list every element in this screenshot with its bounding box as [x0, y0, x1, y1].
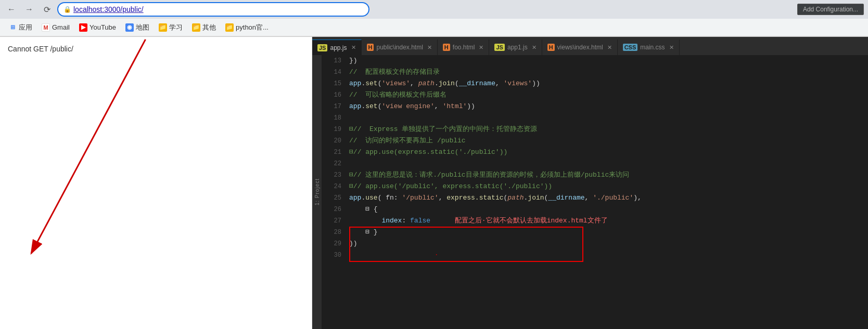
line-num-21: 21: [322, 147, 347, 158]
bookmarks-bar: ⊞ 应用 M Gmail ▶ YouTube ◉ 地图 📁 学习 📁 其他 📁 …: [0, 19, 868, 36]
code-line-30: 30 ·: [322, 249, 868, 261]
tab-app-js-close[interactable]: ✕: [351, 44, 356, 51]
tab-views-index-label: views\index.html: [557, 44, 603, 51]
annotation-arrow: [0, 37, 312, 329]
tab-app1-js-close[interactable]: ✕: [532, 44, 537, 51]
editor-tabs: JS app.js ✕ H public\index.html ✕ H foo.…: [312, 37, 868, 55]
bookmark-maps-label: 地图: [136, 23, 149, 32]
code-line-18: 18: [322, 112, 868, 124]
bookmark-python-label: python官...: [236, 23, 269, 32]
address-bar-wrap: 🔒: [57, 2, 369, 17]
bookmark-apps[interactable]: ⊞ 应用: [4, 21, 36, 34]
browser-page: Cannot GET /public/: [0, 37, 312, 329]
code-line-28: 28 ⊟ }: [322, 227, 868, 238]
learn-folder-icon: 📁: [159, 23, 167, 32]
code-area[interactable]: 13 }) 14 // 配置模板文件的存储目录 15 app.set('view…: [322, 55, 868, 329]
other-folder-icon: 📁: [192, 23, 200, 32]
line-num-19: 19: [322, 124, 347, 135]
line-num-24: 24: [322, 181, 347, 192]
code-line-17: 17 app.set('view engine', 'html')): [322, 101, 868, 112]
tab-html-icon-3: H: [547, 44, 555, 51]
code-line-15: 15 app.set('views', path.join(__dirname,…: [322, 78, 868, 89]
bookmark-gmail-label: Gmail: [52, 23, 70, 31]
line-content-30: ·: [347, 249, 868, 261]
line-num-25: 25: [322, 192, 347, 204]
line-num-22: 22: [322, 158, 347, 169]
tab-js-icon-2: JS: [494, 44, 504, 51]
tab-app-js[interactable]: JS app.js ✕: [312, 40, 362, 55]
forward-button[interactable]: →: [22, 2, 36, 17]
line-num-14: 14: [322, 67, 347, 78]
back-button[interactable]: ←: [4, 2, 19, 17]
line-num-13: 13: [322, 55, 347, 67]
tab-main-css[interactable]: CSS main.css ✕: [618, 40, 680, 55]
line-content-15: app.set('views', path.join(__dirname, 'v…: [347, 78, 868, 89]
apps-icon: ⊞: [8, 23, 17, 32]
refresh-button[interactable]: ⟳: [40, 2, 54, 17]
bookmark-gmail[interactable]: M Gmail: [37, 22, 74, 33]
line-num-18: 18: [322, 112, 347, 124]
line-content-19: ⊟// Express 单独提供了一个内置的中间件：托管静态资源: [347, 124, 868, 135]
line-content-23: ⊟// 这里的意思是说：请求./public目录里面的资源的时候，必须加上前缀/…: [347, 169, 868, 181]
maps-icon: ◉: [125, 23, 134, 32]
editor-body: 1: Project 13 }) 14 // 配置模板文件的存储目录: [312, 55, 868, 329]
tab-public-index[interactable]: H public\index.html ✕: [362, 40, 438, 55]
line-num-15: 15: [322, 78, 347, 89]
code-line-27: 27 index: false 配置之后·它就不会默认去加载index.html…: [322, 215, 868, 227]
tab-html-icon-2: H: [443, 44, 450, 51]
bookmark-other[interactable]: 📁 其他: [188, 21, 220, 34]
code-line-13: 13 }): [322, 55, 868, 67]
code-line-14: 14 // 配置模板文件的存储目录: [322, 67, 868, 78]
code-line-20: 20 // 访问的时候不要再加上 /public: [322, 135, 868, 147]
line-num-23: 23: [322, 169, 347, 181]
line-content-18: [347, 112, 868, 124]
tab-foo-html-close[interactable]: ✕: [479, 44, 483, 51]
tab-main-css-close[interactable]: ✕: [669, 44, 674, 51]
tab-app1-js-label: app1.js: [507, 44, 528, 51]
line-content-20: // 访问的时候不要再加上 /public: [347, 135, 868, 147]
code-line-16: 16 // 可以省略的模板文件后缀名: [322, 89, 868, 101]
bookmark-python[interactable]: 📁 python官...: [221, 21, 273, 34]
line-content-17: app.set('view engine', 'html')): [347, 101, 868, 112]
bookmark-other-label: 其他: [202, 23, 216, 32]
bookmark-learn[interactable]: 📁 学习: [155, 21, 187, 34]
bookmark-youtube-label: YouTube: [90, 23, 116, 31]
add-config-button[interactable]: Add Configuration...: [797, 4, 864, 15]
code-lines: 13 }) 14 // 配置模板文件的存储目录 15 app.set('view…: [322, 55, 868, 261]
bookmark-youtube[interactable]: ▶ YouTube: [75, 22, 120, 33]
editor-panel: JS app.js ✕ H public\index.html ✕ H foo.…: [312, 37, 868, 329]
line-content-16: // 可以省略的模板文件后缀名: [347, 89, 868, 101]
tab-views-index[interactable]: H views\index.html ✕: [542, 40, 618, 55]
tab-css-icon: CSS: [623, 44, 638, 51]
tab-js-icon: JS: [317, 44, 327, 51]
address-bar-input[interactable]: [73, 5, 363, 14]
code-line-23: 23 ⊟// 这里的意思是说：请求./public目录里面的资源的时候，必须加上…: [322, 169, 868, 181]
line-content-25: app.use( fn: '/public', express.static(p…: [347, 192, 868, 204]
tab-public-index-label: public\index.html: [376, 44, 423, 51]
code-line-24: 24 ⊟// app.use('/public', express.static…: [322, 181, 868, 192]
bookmark-maps[interactable]: ◉ 地图: [121, 21, 154, 34]
line-num-28: 28: [322, 227, 347, 238]
code-line-26: 26 ⊟ {: [322, 204, 868, 215]
bookmark-learn-label: 学习: [169, 23, 183, 32]
bookmark-apps-label: 应用: [19, 23, 32, 32]
line-content-29: )): [347, 238, 868, 249]
tab-foo-html-label: foo.html: [453, 44, 475, 51]
tab-foo-html[interactable]: H foo.html ✕: [438, 40, 490, 55]
code-line-21: 21 ⊟// app.use(express.static('./public'…: [322, 147, 868, 158]
error-message: Cannot GET /public/: [8, 45, 304, 53]
line-num-16: 16: [322, 89, 347, 101]
line-content-26: ⊟ {: [347, 204, 868, 215]
code-line-22: 22: [322, 158, 868, 169]
code-line-25: 25 app.use( fn: '/public', express.stati…: [322, 192, 868, 204]
tab-html-icon-1: H: [367, 44, 374, 51]
tab-app1-js[interactable]: JS app1.js ✕: [489, 40, 542, 55]
browser-chrome: ← → ⟳ 🔒 Add Configuration... ⊞ 应用 M Gmai…: [0, 0, 868, 37]
tab-public-index-close[interactable]: ✕: [427, 44, 432, 51]
project-label: 1: Project: [314, 178, 320, 205]
line-content-28: ⊟ }: [347, 227, 868, 238]
line-content-21: ⊟// app.use(express.static('./public')): [347, 147, 868, 158]
line-content-24: ⊟// app.use('/public', express.static('.…: [347, 181, 868, 192]
svg-line-1: [31, 40, 146, 254]
tab-views-index-close[interactable]: ✕: [607, 44, 612, 51]
